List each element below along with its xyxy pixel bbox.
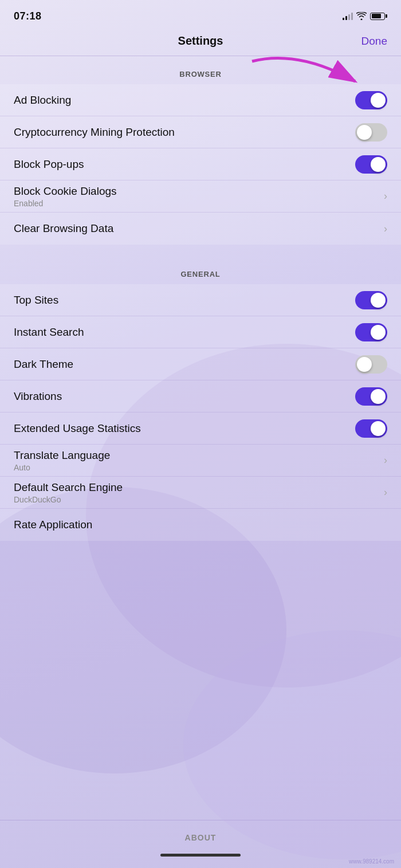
extended-usage-label: Extended Usage Statistics — [14, 422, 141, 435]
translate-language-sublabel: Auto — [14, 463, 110, 472]
status-icons — [343, 12, 387, 20]
default-search-sublabel: DuckDuckGo — [14, 495, 123, 504]
crypto-mining-toggle[interactable] — [355, 123, 387, 142]
translate-language-row[interactable]: Translate Language Auto › — [0, 445, 401, 477]
crypto-mining-label: Cryptocurrency Mining Protection — [14, 126, 175, 139]
general-section-header: GENERAL — [0, 265, 401, 284]
about-label: ABOUT — [0, 826, 401, 849]
battery-icon — [370, 13, 387, 20]
clear-browsing-label: Clear Browsing Data — [14, 222, 113, 235]
block-cookie-sublabel: Enabled — [14, 199, 117, 208]
extended-usage-toggle[interactable] — [355, 419, 387, 438]
top-sites-toggle[interactable] — [355, 291, 387, 309]
block-cookie-chevron: › — [384, 190, 387, 202]
top-sites-row: Top Sites — [0, 284, 401, 316]
wifi-icon — [356, 12, 367, 20]
about-divider — [0, 820, 401, 820]
block-cookie-label: Block Cookie Dialogs — [14, 185, 117, 198]
dark-theme-row: Dark Theme — [0, 348, 401, 380]
ad-blocking-label: Ad Blocking — [14, 94, 71, 107]
block-popups-label: Block Pop-ups — [14, 158, 84, 171]
ad-blocking-row: Ad Blocking — [0, 84, 401, 116]
default-search-label: Default Search Engine — [14, 481, 123, 494]
top-sites-label: Top Sites — [14, 294, 58, 307]
ad-blocking-toggle[interactable] — [355, 91, 387, 109]
default-search-chevron: › — [384, 486, 387, 498]
vibrations-row: Vibrations — [0, 380, 401, 413]
section-gap — [0, 245, 401, 256]
dark-theme-label: Dark Theme — [14, 358, 73, 371]
done-button[interactable]: Done — [361, 35, 387, 48]
block-popups-row: Block Pop-ups — [0, 148, 401, 180]
crypto-mining-row: Cryptocurrency Mining Protection — [0, 116, 401, 148]
extended-usage-row: Extended Usage Statistics — [0, 413, 401, 445]
block-cookie-row[interactable]: Block Cookie Dialogs Enabled › — [0, 180, 401, 213]
clear-browsing-chevron: › — [384, 223, 387, 235]
browser-section: BROWSER Ad Blocking Cryptocurr — [0, 65, 401, 245]
translate-language-label: Translate Language — [14, 449, 110, 462]
default-search-row[interactable]: Default Search Engine DuckDuckGo › — [0, 477, 401, 509]
status-time: 07:18 — [14, 10, 42, 22]
instant-search-label: Instant Search — [14, 326, 84, 339]
vibrations-label: Vibrations — [14, 390, 62, 403]
header-divider — [0, 56, 401, 56]
settings-header: Settings Done — [0, 29, 401, 56]
rate-app-row[interactable]: Rate Application — [0, 509, 401, 541]
browser-section-header: BROWSER — [0, 65, 401, 84]
home-indicator — [160, 854, 241, 857]
rate-app-label: Rate Application — [14, 519, 92, 531]
signal-icon — [343, 12, 353, 20]
dark-theme-toggle[interactable] — [355, 355, 387, 374]
vibrations-toggle[interactable] — [355, 387, 387, 406]
watermark: www.989214.com — [344, 856, 399, 867]
general-section: GENERAL Top Sites Instant Search Dark Th… — [0, 265, 401, 541]
clear-browsing-row[interactable]: Clear Browsing Data › — [0, 213, 401, 245]
page-title: Settings — [178, 34, 223, 48]
instant-search-toggle[interactable] — [355, 323, 387, 341]
bottom-area: ABOUT — [0, 820, 401, 868]
instant-search-row: Instant Search — [0, 316, 401, 348]
translate-language-chevron: › — [384, 454, 387, 466]
status-bar: 07:18 — [0, 0, 401, 29]
block-popups-toggle[interactable] — [355, 155, 387, 174]
